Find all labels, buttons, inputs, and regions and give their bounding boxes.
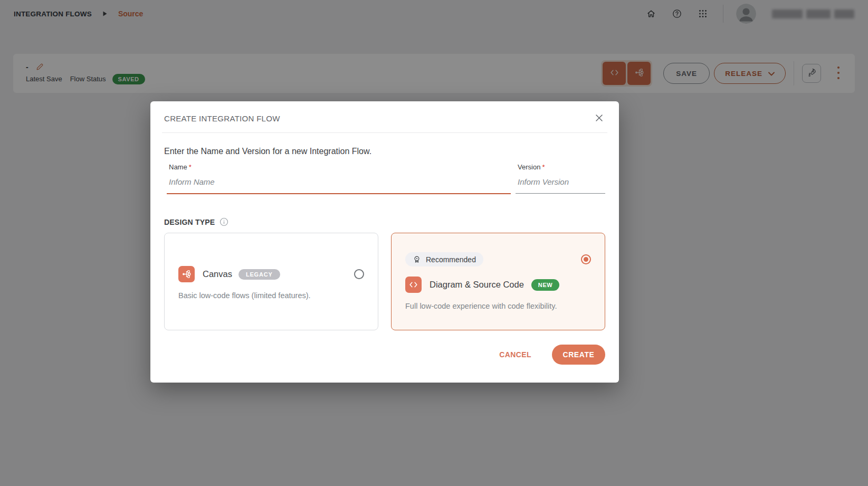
- version-required-asterisk: *: [542, 163, 545, 171]
- canvas-flow-icon: [178, 266, 195, 282]
- medal-icon: [413, 255, 421, 264]
- create-button[interactable]: CREATE: [552, 345, 605, 365]
- canvas-option-description: Basic low-code flows (limited features).: [178, 291, 364, 300]
- dialog-body: Enter the Name and Version for a new Int…: [150, 147, 619, 365]
- cancel-button[interactable]: CANCEL: [496, 350, 535, 359]
- name-required-asterisk: *: [189, 163, 192, 171]
- design-type-header: DESIGN TYPE: [164, 217, 605, 226]
- design-type-option-canvas[interactable]: Canvas LEGACY Basic low-code flows (limi…: [164, 233, 378, 330]
- name-field-label: Name: [169, 163, 187, 171]
- canvas-option-title: Canvas: [203, 269, 232, 279]
- diagram-option-title: Diagram & Source Code: [430, 280, 524, 290]
- close-dialog-button[interactable]: [593, 112, 605, 126]
- source-code-icon: [405, 277, 422, 293]
- legacy-badge: LEGACY: [239, 269, 280, 280]
- fields-row: Name* Version*: [164, 163, 605, 194]
- recommended-tag: Recommended: [405, 252, 483, 266]
- app-root: INTEGRATION FLOWS Source: [0, 0, 868, 486]
- recommended-tag-label: Recommended: [426, 255, 476, 264]
- design-type-label: DESIGN TYPE: [164, 218, 215, 226]
- canvas-radio[interactable]: [354, 269, 364, 279]
- diagram-source-code-radio[interactable]: [581, 254, 591, 264]
- dialog-title: CREATE INTEGRATION FLOW: [164, 114, 280, 123]
- close-icon: [595, 114, 603, 123]
- version-input[interactable]: [516, 171, 605, 194]
- dialog-header: CREATE INTEGRATION FLOW: [162, 101, 607, 133]
- name-field-group: Name*: [167, 163, 511, 194]
- new-badge: NEW: [531, 279, 559, 291]
- dialog-footer: CANCEL CREATE: [164, 345, 605, 365]
- design-type-option-diagram-source-code[interactable]: Recommended Diagram & Source Code NEW: [391, 233, 605, 330]
- create-integration-flow-dialog: CREATE INTEGRATION FLOW Enter the Name a…: [150, 101, 619, 383]
- design-type-options: Canvas LEGACY Basic low-code flows (limi…: [164, 233, 605, 330]
- name-input[interactable]: [167, 171, 511, 194]
- version-field-label: Version: [518, 163, 540, 171]
- info-icon[interactable]: [220, 217, 228, 226]
- version-field-group: Version*: [516, 163, 605, 194]
- diagram-option-description: Full low-code experience with code flexi…: [405, 302, 591, 310]
- dialog-description: Enter the Name and Version for a new Int…: [164, 147, 605, 156]
